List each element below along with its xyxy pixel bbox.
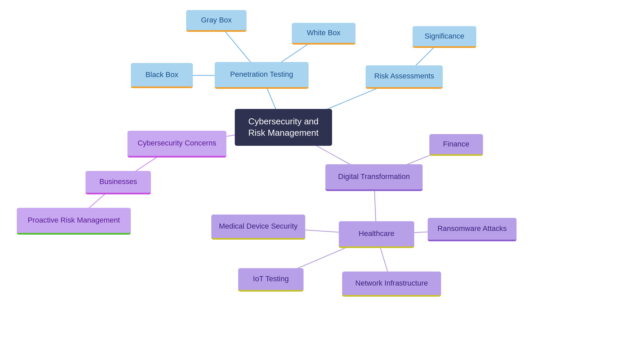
node-medical-device: Medical Device Security bbox=[211, 215, 305, 240]
node-cybersecurity-concerns-label: Cybersecurity Concerns bbox=[138, 138, 216, 148]
node-risk-assessments: Risk Assessments bbox=[366, 65, 443, 89]
node-significance: Significance bbox=[413, 26, 476, 48]
node-penetration-testing-label: Penetration Testing bbox=[230, 70, 293, 79]
node-center: Cybersecurity and Risk Management bbox=[235, 109, 332, 146]
node-gray-box-label: Gray Box bbox=[201, 15, 232, 25]
node-black-box: Black Box bbox=[131, 63, 193, 88]
node-iot-testing-label: IoT Testing bbox=[253, 274, 289, 284]
node-center-label: Cybersecurity and Risk Management bbox=[240, 116, 327, 139]
node-significance-label: Significance bbox=[425, 32, 465, 41]
node-risk-assessments-label: Risk Assessments bbox=[374, 71, 434, 81]
node-cybersecurity-concerns: Cybersecurity Concerns bbox=[127, 131, 226, 158]
node-white-box-label: White Box bbox=[307, 28, 340, 38]
node-medical-device-label: Medical Device Security bbox=[219, 222, 298, 231]
node-ransomware-label: Ransomware Attacks bbox=[437, 224, 507, 234]
node-network-infrastructure: Network Infrastructure bbox=[342, 272, 441, 297]
node-black-box-label: Black Box bbox=[146, 70, 178, 80]
node-finance: Finance bbox=[429, 134, 483, 156]
node-healthcare-label: Healthcare bbox=[359, 229, 394, 239]
node-ransomware: Ransomware Attacks bbox=[428, 218, 517, 241]
node-proactive-risk-label: Proactive Risk Management bbox=[28, 216, 120, 225]
node-gray-box: Gray Box bbox=[186, 10, 247, 32]
node-white-box: White Box bbox=[292, 23, 356, 45]
node-iot-testing: IoT Testing bbox=[238, 268, 304, 292]
node-proactive-risk: Proactive Risk Management bbox=[17, 208, 131, 235]
node-businesses: Businesses bbox=[86, 171, 151, 194]
node-digital-transformation: Digital Transformation bbox=[325, 164, 423, 191]
node-digital-transformation-label: Digital Transformation bbox=[338, 172, 410, 182]
node-businesses-label: Businesses bbox=[99, 177, 137, 187]
node-healthcare: Healthcare bbox=[339, 221, 414, 248]
node-finance-label: Finance bbox=[443, 139, 469, 149]
node-penetration-testing: Penetration Testing bbox=[215, 62, 309, 89]
node-network-infrastructure-label: Network Infrastructure bbox=[355, 279, 428, 288]
